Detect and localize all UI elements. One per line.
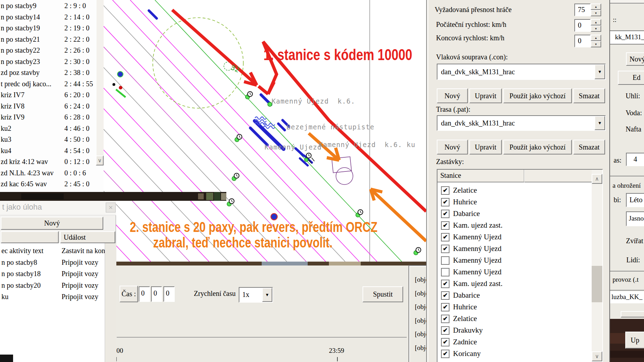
stop-checkbox[interactable] (441, 315, 449, 323)
initial-speed-field[interactable]: 0 (574, 19, 591, 32)
list-item[interactable]: ku3 4 : 50 : 0 (0, 134, 104, 146)
dropdown-button[interactable]: ▼ (594, 64, 605, 79)
list-item[interactable]: t predc odj kaco... 2 : 44 : 55 (0, 79, 104, 90)
start-button[interactable]: Spustit (362, 286, 403, 302)
timeline-track[interactable] (117, 337, 407, 338)
final-speed-field[interactable]: 0 (574, 35, 591, 47)
close-button[interactable]: × (106, 203, 116, 212)
route-select[interactable]: dan_dvk_skk_M131_hrac ▼ (437, 115, 606, 131)
update-button-fragment[interactable]: Up (625, 332, 644, 349)
list-item[interactable]: Koricany (437, 349, 592, 360)
accuracy-spin-up[interactable]: ▲ (591, 4, 601, 10)
stop-checkbox[interactable] (441, 268, 449, 276)
track-map[interactable]: Kamenný Ujezd k.6. Bezejmené nástupiste … (104, 0, 426, 262)
file-field-fragment[interactable]: kk_M131_ (610, 30, 644, 45)
list-item[interactable]: n po stacby14 2 : 14 : 0 (0, 12, 104, 23)
weather-field[interactable]: Jasno (626, 211, 644, 226)
stop-checkbox[interactable] (441, 326, 449, 335)
initial-speed-spin-down[interactable]: ▼ (591, 25, 601, 32)
service-row-fragment[interactable]: luzba_KK_ (610, 291, 644, 303)
new-button[interactable]: Nový (626, 52, 644, 66)
empty-column-header[interactable] (524, 170, 592, 182)
scrollbar[interactable] (592, 170, 602, 361)
list-item[interactable]: Kam. ujezd zast. (437, 279, 592, 290)
consist-edit-button[interactable]: Upravit (469, 88, 502, 103)
time-value-field[interactable]: 4 (626, 153, 644, 166)
stop-checkbox[interactable] (441, 303, 449, 311)
accuracy-field[interactable]: 75 (574, 4, 591, 16)
stop-checkbox[interactable] (441, 280, 449, 288)
list-item[interactable]: n po stacby9 2 : 9 : 0 (0, 1, 104, 12)
scrollbar[interactable] (97, 0, 104, 165)
table-row[interactable]: n po stacby18 Pripojit vozy (0, 268, 105, 280)
list-item[interactable]: Dabarice (437, 290, 592, 302)
list-item[interactable]: Zadnice (437, 337, 592, 349)
scrollbar-thumb[interactable] (592, 266, 602, 302)
list-item[interactable]: n po stacby22 2 : 26 : 0 (0, 45, 104, 57)
stop-checkbox[interactable] (441, 291, 449, 300)
task-window-titlebar[interactable]: t jako úloha × (0, 200, 116, 215)
stop-checkbox[interactable] (441, 198, 449, 206)
scroll-up-button[interactable]: ∧ (592, 174, 602, 184)
new-task-button[interactable]: Nový (1, 217, 103, 230)
list-item[interactable]: Drakuvky (437, 325, 592, 337)
table-row[interactable]: n po stacby8 Pripojit vozy (0, 257, 105, 269)
route-use-default-button[interactable]: Použít jako výchozí (503, 140, 572, 154)
table-row[interactable]: n po stacby20 Pripojit vozy (0, 280, 105, 292)
season-field[interactable]: Léto (626, 193, 644, 207)
acceleration-select[interactable]: 1x ▼ (239, 287, 273, 303)
time-seconds-field[interactable]: 0 (163, 286, 175, 302)
final-speed-spin-down[interactable]: ▼ (591, 41, 601, 47)
stop-checkbox[interactable] (441, 350, 449, 358)
list-item[interactable]: Dabarice (437, 209, 592, 220)
list-item[interactable]: n po stacby23 2 : 30 : 0 (0, 57, 104, 68)
activity-column-header[interactable] (1, 231, 59, 243)
stop-checkbox[interactable] (441, 233, 449, 241)
list-item[interactable]: Kamenný Ujezd (437, 232, 592, 244)
list-item[interactable]: n po stacby21 2 : 22 : 0 (0, 34, 104, 46)
list-item[interactable]: zd kriz 4:12 wav 0 : 12 : 0 (0, 157, 104, 168)
edit-button[interactable]: Ed (618, 71, 644, 85)
list-item[interactable]: Kamenný Ujezd (437, 244, 592, 255)
time-minutes-field[interactable]: 0 (151, 286, 162, 302)
accuracy-spin-down[interactable]: ▼ (591, 10, 601, 16)
list-item[interactable]: Huhrice (437, 197, 592, 209)
route-new-button[interactable]: Nový (437, 140, 468, 154)
table-row[interactable]: ku Pripojit vozy (0, 291, 105, 303)
list-item[interactable]: Kamenný Ujezd (437, 255, 592, 267)
dropdown-button[interactable]: ▼ (262, 288, 272, 302)
initial-speed-spin-up[interactable]: ▲ (591, 19, 601, 25)
consist-use-default-button[interactable]: Použít jako výchozí (503, 88, 572, 103)
list-item[interactable]: Zelatice (437, 185, 592, 197)
route-edit-button[interactable]: Upravit (469, 140, 502, 154)
dropdown-button[interactable]: ▼ (594, 116, 605, 130)
scroll-down-button[interactable]: ∨ (592, 351, 602, 361)
list-item[interactable]: ku2 4 : 46 : 0 (0, 123, 104, 135)
station-column-header[interactable]: Stanice (437, 170, 524, 182)
time-button[interactable]: Čas : (120, 286, 138, 302)
stop-checkbox[interactable] (441, 245, 449, 253)
timeline-tick-end[interactable] (337, 357, 338, 361)
list-item[interactable]: zd kac 6:45 wav 2 : 45 : 0 (0, 179, 104, 190)
list-item[interactable]: kriz IV7 6 : 20 : 0 (0, 90, 104, 101)
list-item[interactable]: Huhrice (437, 302, 592, 314)
consist-select[interactable]: dan_dvk_skk_M131_hrac ▼ (437, 64, 606, 80)
consist-delete-button[interactable]: Smazat (573, 88, 605, 103)
table-row[interactable]: ec aktivity text Zastavit na kon (0, 245, 105, 257)
list-item[interactable]: zd poz stavby 2 : 38 : 0 (0, 68, 104, 79)
route-delete-button[interactable]: Smazat (573, 140, 605, 154)
stop-checkbox[interactable] (441, 221, 449, 230)
stop-checkbox[interactable] (441, 186, 449, 195)
scroll-down-button[interactable]: ∨ (96, 156, 104, 165)
list-item[interactable]: zd N.Lh. 4:23 wav 0 : 0 : 6 (0, 168, 104, 179)
consist-new-button[interactable]: Nový (437, 88, 468, 103)
time-hours-field[interactable]: 0 (139, 286, 150, 302)
event-column-header[interactable]: Událost (60, 231, 115, 243)
button-fragment[interactable] (621, 311, 644, 317)
stop-checkbox[interactable] (441, 210, 449, 218)
list-item[interactable]: kriz IV8 6 : 24 : 0 (0, 101, 104, 112)
list-item[interactable]: Kamenný Ujezd (437, 267, 592, 279)
list-item[interactable]: n po stacby19 2 : 19 : 0 (0, 23, 104, 34)
final-speed-spin-up[interactable]: ▲ (591, 35, 601, 41)
list-item[interactable]: kriz IV9 6 : 28 : 0 (0, 112, 104, 123)
